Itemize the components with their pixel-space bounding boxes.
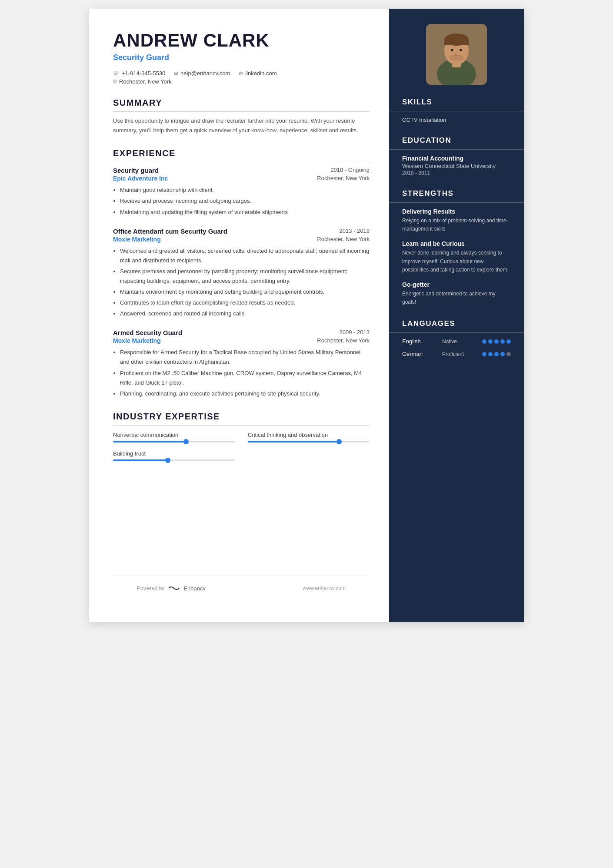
dot (488, 339, 493, 344)
expertise-thumb-2 (336, 439, 342, 444)
dot (482, 352, 486, 356)
phone-contact: ☏ +1-914-345-5530 (113, 70, 165, 77)
job-dates-2: 2013 - 2018 (340, 228, 370, 234)
language-item-1: English Native (389, 338, 524, 345)
language-name-2: German (402, 351, 433, 357)
summary-section: SUMMARY Use this opportunity to intrigue… (113, 98, 370, 135)
bullet-item: Planning, coordinating, and execute acti… (120, 389, 370, 399)
language-dots-1 (482, 339, 511, 344)
education-section: EDUCATION Financial Accounting Western C… (389, 136, 524, 176)
powered-by-text: Powered by (137, 585, 164, 591)
dot (506, 339, 511, 344)
expertise-label-2: Critical thinking and observation (248, 432, 370, 438)
job-location-2: Rochester, New York (317, 236, 370, 243)
footer-website: www.enhancv.com (303, 585, 346, 591)
strength-desc-2: Never done learning and always seeking t… (402, 249, 511, 274)
company-name-1: Epic Adventure Inc (113, 175, 168, 182)
expertise-title: INDUSTRY EXPERTISE (113, 412, 370, 426)
footer-brand: Powered by Enhancv (137, 585, 206, 592)
job-bullets-2: Welcomed and greeted all visitors; scree… (113, 246, 370, 319)
strengths-section: STRENGTHS Delivering Results Relying on … (389, 189, 524, 306)
contact-info: ☏ +1-914-345-5530 ✉ help@enhancv.com ⊘ l… (113, 70, 370, 77)
expertise-item-2: Critical thinking and observation (248, 432, 370, 442)
candidate-name: ANDREW CLARK (113, 30, 370, 50)
job-bullets-3: Responsible for Armed Security for a Tac… (113, 348, 370, 398)
header-section: ANDREW CLARK Security Guard ☏ +1-914-345… (113, 30, 370, 85)
location-contact: ⚲ Rochester, New York (113, 78, 172, 85)
job-title-2: Office Attendant cum Security Guard (113, 228, 227, 235)
svg-point-6 (451, 49, 453, 51)
enhancv-logo-icon (168, 585, 180, 592)
bullet-item: Answered, screened and routed all incomi… (120, 309, 370, 318)
job-title-1: Security guard (113, 167, 159, 174)
bullet-item: Contributes to team effort by accomplish… (120, 298, 370, 308)
dot (488, 352, 493, 356)
dot (500, 339, 505, 344)
link-icon: ⊘ (239, 70, 243, 77)
strengths-title: STRENGTHS (389, 189, 524, 203)
strength-title-2: Learn and be Curious (402, 240, 511, 247)
experience-item-3: Armed Security Guard 2009 - 2013 Moxie M… (113, 329, 370, 398)
summary-text: Use this opportunity to intrigue and dra… (113, 116, 370, 135)
email-contact: ✉ help@enhancv.com (174, 70, 230, 77)
expertise-fill-2 (248, 441, 339, 442)
expertise-slider-3 (113, 459, 235, 461)
bullet-item: Maintains environment by monitoring and … (120, 287, 370, 297)
strength-item-3: Go-getter Energetic and determined to ac… (389, 281, 524, 306)
expertise-fill-1 (113, 441, 186, 442)
strength-item-2: Learn and be Curious Never done learning… (389, 240, 524, 274)
strength-title-3: Go-getter (402, 281, 511, 288)
experience-item-1: Security guard 2018 - Ongoing Epic Adven… (113, 167, 370, 217)
dot (494, 339, 499, 344)
expertise-item-3: Building trust (113, 450, 235, 461)
strength-item-1: Delivering Results Relying on a mix of p… (389, 208, 524, 233)
summary-title: SUMMARY (113, 98, 370, 112)
expertise-slider-2 (248, 441, 370, 442)
avatar-svg (426, 24, 487, 85)
bullet-item: Maintain good relationship with client. (120, 185, 370, 195)
job-title-3: Armed Security Guard (113, 329, 182, 336)
edu-school-1: Western Connecticut State University (402, 163, 511, 169)
strength-desc-3: Energetic and determined to achieve my g… (402, 290, 511, 306)
job-bullets-1: Maintain good relationship with client. … (113, 185, 370, 217)
phone-icon: ☏ (113, 70, 120, 77)
bullet-item: Maintaining and updating the filling sys… (120, 208, 370, 217)
location-icon: ⚲ (113, 79, 117, 85)
language-level-1: Native (442, 338, 473, 345)
language-item-2: German Proficient (389, 351, 524, 357)
job-location-1: Rochester, New York (317, 175, 370, 182)
strength-desc-1: Relying on a mix of problem-solving and … (402, 217, 511, 233)
skills-title: SKILLS (389, 98, 524, 111)
expertise-label-3: Building trust (113, 450, 235, 457)
location-text: Rochester, New York (119, 78, 172, 85)
expertise-fill-3 (113, 459, 168, 461)
expertise-label-1: Nonverbal communication (113, 432, 235, 438)
phone-number: +1-914-345-5530 (122, 70, 165, 77)
education-title: EDUCATION (389, 136, 524, 150)
company-name-3: Moxie Marketing (113, 337, 161, 344)
expertise-item-1: Nonverbal communication (113, 432, 235, 442)
brand-name: Enhancv (183, 585, 206, 592)
svg-rect-8 (450, 55, 463, 60)
bullet-item: Responsible for Armed Security for a Tac… (120, 348, 370, 367)
dot (500, 352, 505, 356)
languages-section: LANGUAGES English Native German Proficie… (389, 319, 524, 357)
job-dates-1: 2018 - Ongoing (330, 167, 370, 173)
svg-point-7 (460, 49, 462, 51)
industry-expertise-section: INDUSTRY EXPERTISE Nonverbal communicati… (113, 412, 370, 461)
bullet-item: Proficient on the M2 .50 Caliber Machine… (120, 369, 370, 388)
dot (494, 352, 499, 356)
education-item-1: Financial Accounting Western Connecticut… (389, 155, 524, 176)
right-column: SKILLS CCTV Installation EDUCATION Finan… (389, 9, 524, 622)
job-dates-3: 2009 - 2013 (340, 329, 370, 335)
experience-item-2: Office Attendant cum Security Guard 2013… (113, 228, 370, 319)
expertise-thumb-3 (165, 458, 170, 463)
edu-degree-1: Financial Accounting (402, 155, 511, 162)
bullet-item: Recieve and process incoming and outgoin… (120, 196, 370, 206)
expertise-grid: Nonverbal communication Critical thinkin… (113, 432, 370, 461)
footer: Powered by Enhancv www.enhancv.com (113, 576, 370, 600)
languages-title: LANGUAGES (389, 319, 524, 333)
svg-rect-5 (444, 40, 469, 45)
language-dots-2 (482, 352, 511, 356)
job-location-3: Rochester, New York (317, 337, 370, 344)
